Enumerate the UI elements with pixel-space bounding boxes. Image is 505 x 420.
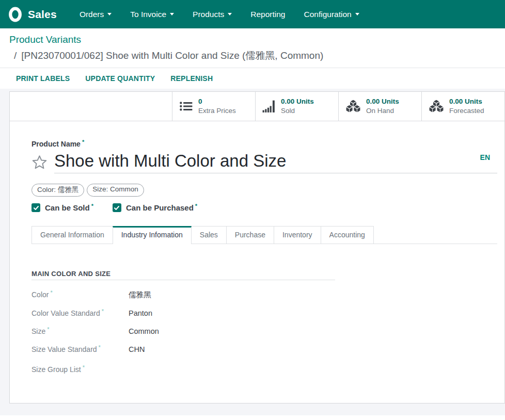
app-name: Sales	[28, 8, 57, 21]
cubes-icon	[429, 100, 444, 114]
sold-label: Sold	[281, 106, 314, 116]
tab-general-information[interactable]: General Information	[31, 226, 113, 244]
sold-value: 0.00 Units	[281, 97, 314, 106]
odoo-logo-icon	[8, 6, 22, 23]
breadcrumb: Product Variants /[PN23070001/062] Shoe …	[0, 28, 505, 68]
update-quantity-button[interactable]: UPDATE QUANTITY	[85, 74, 155, 83]
notebook-tabs: General Information Industry Infomation …	[31, 226, 497, 244]
required-asterisk: *	[50, 289, 52, 296]
chevron-down-icon	[355, 13, 359, 15]
field-row-color-value-standard: Color Value Standard* Panton	[31, 304, 335, 322]
section-divider	[31, 280, 335, 280]
form-sheet: 0 Extra Prices 0.00 Units Sold	[9, 91, 505, 403]
forecasted-stat-button[interactable]: 0.00 Units Forecasted	[421, 92, 504, 121]
field-row-color: Color* 儒雅黑	[31, 285, 335, 304]
nav-item-orders[interactable]: Orders	[73, 6, 118, 23]
required-asterisk: *	[99, 344, 101, 350]
nav-item-configuration[interactable]: Configuration	[297, 6, 365, 23]
tab-sales[interactable]: Sales	[191, 226, 227, 244]
nav-item-to-invoice[interactable]: To Invoice	[124, 6, 180, 23]
tab-inventory[interactable]: Inventory	[274, 226, 321, 244]
stat-button-row: 0 Extra Prices 0.00 Units Sold	[10, 92, 504, 121]
checkbox-checked-icon	[31, 203, 40, 212]
extra-prices-label: Extra Prices	[198, 106, 236, 116]
variant-tags: Color: 儒雅黑 Size: Common	[31, 184, 497, 197]
field-row-size: Size* Common	[31, 322, 335, 341]
field-row-size-group-list: Size Group List*	[31, 359, 335, 378]
chevron-down-icon	[228, 13, 232, 15]
on-hand-stat-button[interactable]: 0.00 Units On Hand	[338, 92, 421, 121]
size-field-value[interactable]: Common	[129, 327, 335, 336]
required-asterisk: *	[91, 203, 93, 209]
breadcrumb-separator: /	[14, 50, 17, 61]
bar-chart-icon	[262, 100, 276, 113]
product-name-field[interactable]: Shoe with Multi Color and Size	[54, 152, 286, 170]
on-hand-value: 0.00 Units	[366, 97, 399, 106]
tab-industry-information[interactable]: Industry Infomation	[113, 226, 192, 244]
can-be-sold-checkbox[interactable]: Can be Sold*	[31, 203, 93, 212]
sold-stat-button[interactable]: 0.00 Units Sold	[255, 92, 338, 121]
industry-information-panel: MAIN COLOR AND SIZE Color* 儒雅黑 Color Val…	[31, 270, 335, 378]
extra-prices-stat-button[interactable]: 0 Extra Prices	[172, 92, 255, 121]
favorite-star-icon[interactable]	[31, 154, 48, 172]
tab-purchase[interactable]: Purchase	[226, 226, 274, 244]
field-row-size-value-standard: Size Value Standard* CHN	[31, 341, 335, 359]
nav-item-reporting[interactable]: Reporting	[244, 6, 291, 23]
required-asterisk: *	[82, 139, 84, 145]
color-field-value[interactable]: 儒雅黑	[129, 290, 335, 300]
sale-purchase-toggles: Can be Sold* Can be Purchased*	[31, 203, 497, 212]
action-bar: PRINT LABELS UPDATE QUANTITY REPLENISH	[0, 68, 505, 89]
nav-item-products[interactable]: Products	[186, 6, 238, 23]
chevron-down-icon	[107, 13, 112, 15]
size-variant-tag[interactable]: Size: Common	[87, 184, 144, 197]
product-title-row: Shoe with Multi Color and Size EN	[31, 152, 497, 173]
list-icon	[179, 100, 193, 113]
print-labels-button[interactable]: PRINT LABELS	[16, 74, 70, 83]
forecasted-label: Forecasted	[449, 106, 484, 116]
required-asterisk: *	[102, 308, 104, 314]
replenish-button[interactable]: REPLENISH	[170, 74, 213, 83]
tab-accounting[interactable]: Accounting	[321, 226, 374, 244]
top-navbar: Sales Orders To Invoice Products Reporti…	[0, 0, 505, 28]
product-name-label: Product Name*	[31, 140, 497, 148]
color-value-standard-field-value[interactable]: Panton	[129, 309, 335, 318]
section-title: MAIN COLOR AND SIZE	[31, 270, 335, 278]
required-asterisk: *	[195, 203, 197, 209]
cubes-icon	[345, 100, 361, 114]
breadcrumb-current: /[PN23070001/062] Shoe with Multi Color …	[9, 49, 496, 62]
extra-prices-value: 0	[198, 97, 236, 106]
translation-language-badge[interactable]: EN	[480, 153, 497, 161]
forecasted-value: 0.00 Units	[449, 97, 484, 106]
required-asterisk: *	[47, 326, 49, 332]
size-group-list-field-value[interactable]	[129, 363, 335, 372]
checkbox-checked-icon	[113, 203, 121, 212]
form-body: Product Name* Shoe with Multi Color and …	[10, 121, 504, 378]
chevron-down-icon	[170, 13, 174, 15]
app-menu-toggle[interactable]: Sales	[8, 6, 57, 23]
on-hand-label: On Hand	[366, 106, 399, 116]
breadcrumb-parent-link[interactable]: Product Variants	[9, 34, 496, 45]
can-be-purchased-checkbox[interactable]: Can be Purchased*	[113, 203, 197, 212]
content-area: 0 Extra Prices 0.00 Units Sold	[0, 89, 505, 415]
required-asterisk: *	[83, 364, 85, 370]
size-value-standard-field-value[interactable]: CHN	[129, 345, 335, 354]
color-variant-tag[interactable]: Color: 儒雅黑	[31, 184, 84, 197]
